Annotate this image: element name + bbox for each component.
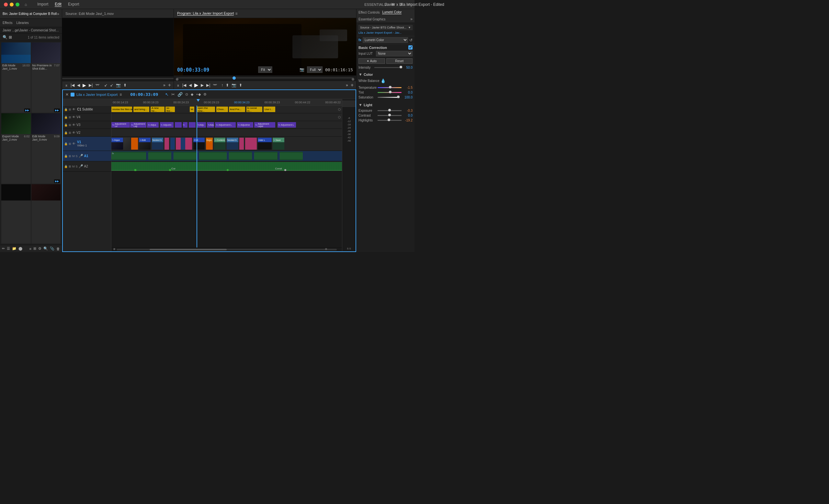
camera-shot-icon[interactable]: 📷 (116, 83, 121, 87)
track-lock-v2[interactable]: 🔒 (64, 131, 68, 135)
essential-graphics-tab[interactable]: Essential Graphics (358, 17, 385, 21)
libraries-tab[interactable]: Libraries (16, 21, 29, 25)
effect-controls-tab[interactable]: Effect Controls (358, 11, 380, 14)
lift-icon[interactable]: ↑ (221, 83, 223, 87)
v1-clip-1[interactable]: fxImpor (111, 138, 123, 150)
camera-icon-program[interactable]: 📷 (299, 67, 304, 72)
v1-clip-save[interactable]: fxSave (273, 138, 284, 150)
more-icon[interactable]: ≡ (30, 247, 31, 251)
track-strip-v1[interactable]: fxImpor fxEdit (111, 137, 342, 151)
search-icon-2[interactable]: 🔍 (43, 247, 48, 251)
v1-clip-2[interactable] (123, 138, 130, 150)
track-mute-a1[interactable]: M (72, 154, 75, 158)
nav-edit[interactable]: Edit (55, 2, 62, 7)
add-marker-tool[interactable]: +◆ (196, 92, 201, 97)
subtitle-clip-2[interactable]: and bring... (134, 107, 150, 112)
track-lock-v3[interactable]: 🔒 (64, 123, 68, 127)
track-lock-a1[interactable]: 🔒 (64, 154, 68, 158)
input-lut-select[interactable]: None (376, 51, 412, 57)
overwrite-icon[interactable]: ↙ (110, 83, 113, 87)
close-button[interactable] (4, 3, 8, 6)
v1-clip-3[interactable] (131, 138, 138, 150)
effect-select[interactable]: Lumetri Color (363, 37, 408, 43)
track-record-v1[interactable]: ⊞ (69, 142, 71, 145)
audio-clip-7[interactable] (280, 152, 303, 160)
track-settings-a2[interactable]: ⊞ (69, 165, 71, 168)
auto-button[interactable]: ✦ Auto (358, 58, 385, 64)
match-frame-icon[interactable]: 📷 (231, 83, 237, 87)
v1-clip-5[interactable]: Nested S (152, 138, 164, 150)
media-item[interactable]: ▶▶ No Premiere in Shot Editi... 7:07 (31, 42, 61, 113)
camera-icon[interactable]: ⬤ (19, 247, 22, 251)
tint-slider[interactable] (377, 92, 402, 93)
adj-clip-2[interactable]: fxAdjustment Lay (130, 122, 146, 128)
track-solo-a2[interactable]: S (76, 165, 78, 168)
audio-clip-1b[interactable]: fx (111, 152, 130, 160)
track-solo-a1[interactable]: S (76, 154, 78, 158)
search-icon[interactable]: 🔍 (3, 35, 7, 39)
frame-back-icon[interactable]: ◀ (189, 83, 192, 87)
link-tool[interactable]: 🔗 (177, 92, 183, 97)
insert-icon[interactable]: ↙ (104, 83, 108, 87)
v1-clip-expo[interactable]: Expo (206, 138, 213, 150)
track-strip-v4[interactable] (111, 113, 342, 121)
timeline-ruler[interactable]: 00:00:14:23 00:00:19:23 00:00:24:23 00:0… (111, 99, 342, 106)
adj-clip-8[interactable]: fxAdju (196, 122, 206, 128)
track-settings-c1[interactable]: ⊞ (69, 108, 71, 111)
lumetri-color-tab[interactable]: Lumetri Color (382, 10, 402, 14)
v1-clip-c13[interactable]: C13 (193, 138, 205, 150)
v1-clip-4[interactable]: fxEdit (139, 138, 151, 150)
clip-icon[interactable]: 📎 (50, 247, 55, 251)
subtitle-clip-3[interactable]: A new he... (151, 107, 165, 112)
v1-clip-8[interactable] (176, 138, 180, 150)
v1-clip-7[interactable] (170, 138, 175, 150)
track-lock-v4[interactable]: 🔒 (64, 116, 68, 119)
track-record-a1[interactable]: 🎤 (79, 154, 83, 158)
track-settings-a1[interactable]: ⊞ (69, 154, 71, 158)
add-icon[interactable]: + (168, 82, 171, 88)
extract-icon[interactable]: ⬆ (226, 83, 229, 87)
more-controls-icon[interactable]: » (163, 83, 166, 87)
timeline-menu-icon[interactable]: ≡ (119, 92, 122, 97)
track-strip-a2[interactable]: Cor Const (111, 161, 342, 172)
subtitle-clip-9[interactable]: to social m... (246, 107, 263, 112)
timeline-scrollbar[interactable] (111, 248, 342, 251)
audio-clip-6[interactable] (254, 152, 277, 160)
track-eye-c1[interactable]: 👁 (72, 108, 75, 111)
settings-icon[interactable]: ⚙ (38, 247, 41, 251)
folder-icon[interactable]: 📁 (12, 247, 16, 251)
track-settings-v4[interactable]: ⊞ (69, 116, 71, 119)
temperature-slider[interactable] (377, 87, 402, 88)
minimize-button[interactable] (10, 3, 13, 6)
v1-clip-content[interactable]: fxContent (214, 138, 226, 150)
adj-clip-1[interactable]: fxAdjustment La (111, 122, 130, 128)
play-button[interactable]: ▶ (194, 82, 198, 88)
adj-clip-4[interactable]: fxAdjustm (160, 122, 174, 128)
highlights-slider[interactable] (377, 120, 402, 121)
adj-clip-10[interactable]: fxAdjustment L (215, 122, 236, 128)
track-lock-v1[interactable]: 🔒 (64, 142, 68, 145)
audio-clip-3[interactable] (174, 152, 196, 160)
v1-clip-pink2[interactable] (245, 138, 257, 150)
play-back-icon[interactable]: ◀ (77, 83, 80, 87)
program-monitor-menu-icon[interactable]: ≡ (235, 11, 238, 16)
adj-clip-12[interactable]: fxAdjustment Layer (254, 122, 275, 128)
v1-clip-9[interactable] (181, 138, 185, 150)
export-icon[interactable]: ⬆ (123, 83, 127, 87)
adj-clip-13[interactable]: fxAdjustment L (278, 122, 296, 128)
basic-correction-toggle[interactable] (408, 45, 412, 49)
track-eye-v2[interactable]: 👁 (72, 131, 75, 135)
adj-clip-3[interactable]: fxAdjus (147, 122, 159, 128)
timeline-close-icon[interactable]: ✕ (65, 92, 69, 97)
mark-out-icon-p[interactable]: ⌤ (213, 83, 217, 87)
bin-icon[interactable]: 🗑 (56, 247, 60, 251)
track-settings-v3[interactable]: ⊞ (69, 123, 71, 127)
subtitle-clip-10[interactable]: Use t... (263, 107, 275, 112)
media-item[interactable]: Export Mode Javi_2.mov 6:02 (1, 113, 31, 184)
window-controls[interactable] (4, 3, 20, 6)
mark-in-icon-p[interactable]: ⌅ (177, 83, 180, 87)
color-section-header[interactable]: ▼ Color (358, 71, 412, 78)
razor-tool[interactable]: ✂ (171, 92, 175, 97)
media-item[interactable]: ▶▶ Edit Mode Javi_1.mov 16:03 (1, 42, 31, 113)
v1-clip-hide[interactable]: Hide L (258, 138, 272, 150)
